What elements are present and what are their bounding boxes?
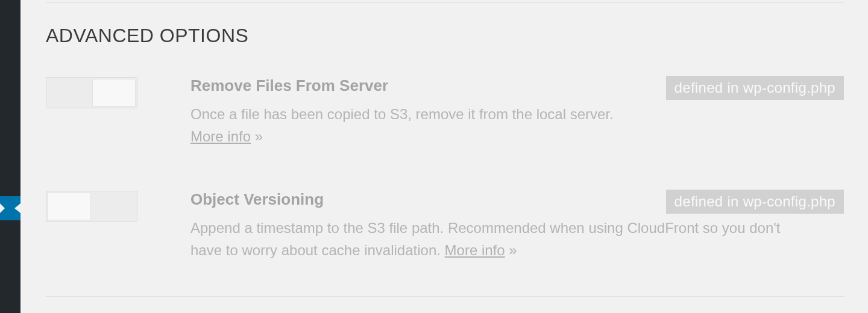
toggle-handle: [48, 193, 91, 220]
settings-panel: ADVANCED OPTIONS OFF Remove Files From S…: [46, 0, 844, 297]
raquo-icon: »: [509, 242, 517, 258]
option-desc-text: Once a file has been copied to S3, remov…: [190, 106, 614, 122]
toggle-handle: [92, 79, 136, 107]
wp-admin-sidebar: [0, 0, 20, 313]
option-description: Once a file has been copied to S3, remov…: [190, 103, 624, 147]
toggle-object-versioning[interactable]: ON: [46, 191, 137, 222]
more-info-link[interactable]: More info: [445, 242, 505, 258]
more-info-link[interactable]: More info: [190, 128, 251, 144]
option-description: Append a timestamp to the S3 file path. …: [190, 217, 805, 261]
divider: [46, 296, 844, 297]
divider: [46, 2, 844, 3]
defined-in-config-badge: defined in wp-config.php: [666, 190, 844, 214]
toggle-remove-files[interactable]: OFF: [46, 77, 137, 108]
option-row-object-versioning: ON Object Versioning Append a timestamp …: [46, 191, 844, 261]
wp-sidebar-active-arrow-icon: [0, 203, 5, 213]
option-row-remove-files: OFF Remove Files From Server Once a file…: [46, 77, 844, 147]
defined-in-config-badge: defined in wp-config.php: [666, 76, 844, 100]
raquo-icon: »: [255, 128, 263, 144]
section-title: ADVANCED OPTIONS: [46, 25, 844, 47]
